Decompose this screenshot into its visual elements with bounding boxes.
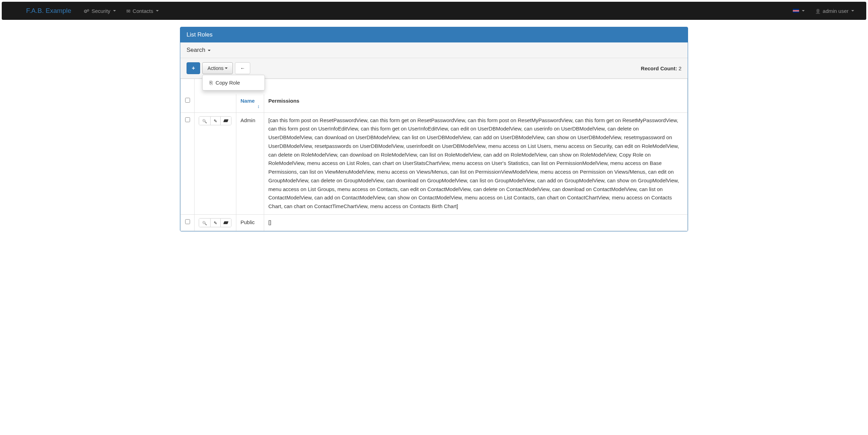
show-button[interactable] (199, 117, 211, 125)
caret-icon (225, 68, 228, 69)
nav-contacts[interactable]: Contacts (121, 3, 164, 19)
envelope-icon (126, 8, 131, 14)
header-permissions: Permissions (264, 94, 688, 113)
plus-icon: + (192, 65, 195, 71)
arrow-left-icon (240, 65, 245, 71)
back-button-group (235, 62, 250, 74)
caret-icon (156, 10, 159, 11)
caret-icon (208, 50, 211, 51)
table-row: Public [] (181, 214, 688, 231)
table-row: Admin [can this form post on ResetPasswo… (181, 112, 688, 214)
caret-icon (802, 10, 805, 11)
caret-icon (851, 10, 854, 11)
row-checkbox[interactable] (185, 117, 190, 122)
sort-icon (240, 104, 260, 109)
nav-user[interactable]: admin user (810, 3, 859, 19)
copy-icon (210, 80, 213, 86)
search-icon (202, 118, 207, 124)
actions-button[interactable]: Actions (202, 62, 233, 74)
cell-name: Admin (236, 112, 264, 214)
copy-role-item[interactable]: Copy Role (203, 77, 265, 88)
caret-icon (113, 10, 116, 11)
pencil-icon (214, 220, 217, 226)
cell-name: Public (236, 214, 264, 231)
row-actions (199, 116, 231, 125)
nav-user-label: admin user (823, 8, 849, 14)
edit-button[interactable] (211, 117, 221, 125)
record-count-label: Record Count: (641, 65, 677, 71)
nav-security-label: Security (92, 8, 110, 14)
row-actions (199, 218, 231, 227)
select-all-checkbox[interactable] (185, 98, 190, 103)
brand-link[interactable]: F.A.B. Example (19, 2, 78, 20)
table-header-row: Name Permissions (181, 94, 688, 113)
record-count: Record Count: 2 (641, 65, 681, 71)
row-checkbox[interactable] (185, 219, 190, 224)
delete-button[interactable] (221, 117, 231, 125)
delete-button[interactable] (221, 219, 231, 227)
erase-icon (223, 119, 229, 122)
search-toggle[interactable]: Search (180, 42, 688, 58)
search-icon (202, 220, 207, 226)
navbar: F.A.B. Example Security Contacts admin u… (2, 2, 866, 20)
gears-icon (84, 8, 89, 14)
pencil-icon (214, 118, 217, 124)
header-actions (195, 94, 236, 113)
cell-permissions: [can this form post on ResetPasswordView… (264, 112, 688, 214)
nav-language[interactable] (788, 3, 810, 18)
toolbar: + Actions Copy Role (180, 58, 688, 79)
panel: List Roles Search + Actions (180, 27, 688, 231)
add-button[interactable]: + (187, 62, 200, 74)
nav-contacts-label: Contacts (133, 8, 153, 14)
nav-right: admin user (788, 3, 859, 19)
nav-security[interactable]: Security (78, 3, 121, 19)
roles-table: Name Permissions (180, 79, 688, 231)
search-label: Search (187, 47, 205, 53)
record-count-value: 2 (679, 65, 681, 71)
header-checkbox-cell (181, 94, 195, 113)
back-button[interactable] (235, 62, 250, 74)
header-name[interactable]: Name (236, 94, 264, 113)
cell-permissions: [] (264, 214, 688, 231)
actions-label: Actions (207, 65, 223, 71)
panel-body: Search + Actions Copy Role (180, 42, 688, 231)
actions-dropdown-menu: Copy Role (202, 75, 265, 90)
copy-role-label: Copy Role (215, 80, 240, 86)
header-name-label: Name (240, 98, 255, 104)
panel-title: List Roles (180, 27, 688, 42)
erase-icon (223, 221, 229, 224)
nav-left: Security Contacts (78, 3, 164, 19)
main-container: List Roles Search + Actions (175, 27, 693, 231)
user-icon (815, 8, 821, 14)
actions-dropdown-wrapper: Actions Copy Role (202, 62, 233, 74)
edit-button[interactable] (211, 219, 221, 227)
show-button[interactable] (199, 219, 211, 227)
flag-uk-icon (793, 9, 799, 13)
